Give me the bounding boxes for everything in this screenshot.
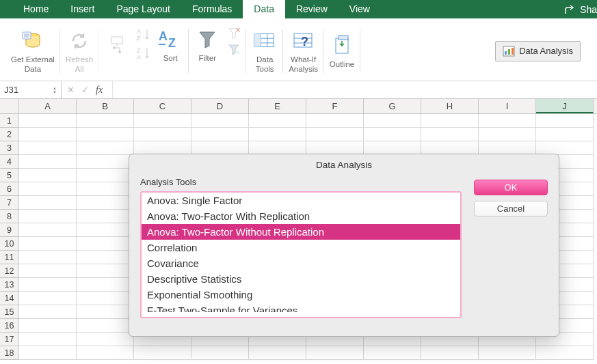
cell[interactable]: [364, 141, 421, 155]
group-outline[interactable]: Outline: [323, 23, 360, 80]
cell[interactable]: [77, 346, 134, 360]
cell[interactable]: [249, 141, 306, 155]
cell[interactable]: [249, 128, 306, 141]
cell[interactable]: [77, 251, 134, 264]
cell[interactable]: [19, 292, 77, 305]
tool-item[interactable]: Anova: Two-Factor With Replication: [142, 208, 460, 224]
cell[interactable]: [421, 346, 479, 360]
cell[interactable]: [306, 114, 364, 128]
cell[interactable]: [19, 346, 77, 360]
row-head[interactable]: 12: [0, 264, 19, 278]
cell[interactable]: [536, 128, 594, 141]
row-head[interactable]: 16: [0, 319, 19, 333]
tab-home[interactable]: Home: [12, 0, 59, 18]
cell[interactable]: [19, 319, 77, 333]
cell[interactable]: [77, 128, 134, 141]
ok-button[interactable]: OK: [474, 180, 548, 195]
cell[interactable]: [306, 128, 364, 141]
cell[interactable]: [19, 210, 77, 223]
col-head-f[interactable]: F: [306, 99, 364, 113]
col-head-g[interactable]: G: [364, 99, 421, 113]
tool-item[interactable]: Covariance: [142, 255, 460, 271]
row-head[interactable]: 10: [0, 237, 19, 251]
cell[interactable]: [77, 210, 134, 223]
cell[interactable]: [421, 141, 479, 155]
cell[interactable]: [77, 182, 134, 196]
filter-icon[interactable]: [194, 27, 220, 53]
sort-desc-icon[interactable]: ZA: [137, 46, 152, 61]
tab-insert[interactable]: Insert: [59, 0, 105, 18]
cell[interactable]: [364, 128, 421, 141]
cancel-button[interactable]: Cancel: [474, 201, 548, 216]
cell[interactable]: [306, 141, 364, 155]
cell[interactable]: [77, 155, 134, 169]
cell[interactable]: [134, 346, 191, 360]
share-button[interactable]: Sha: [565, 0, 597, 18]
sort-asc-icon[interactable]: AZ: [137, 27, 152, 42]
row-head[interactable]: 18: [0, 346, 19, 360]
cell[interactable]: [364, 114, 421, 128]
name-box[interactable]: J31 ▲▼: [0, 81, 62, 99]
cell[interactable]: [134, 141, 191, 155]
tab-page-layout[interactable]: Page Layout: [105, 0, 181, 18]
col-head-i[interactable]: I: [479, 99, 536, 113]
row-head[interactable]: 4: [0, 155, 19, 169]
cell[interactable]: [19, 223, 77, 237]
col-head-d[interactable]: D: [191, 99, 249, 113]
cell[interactable]: [536, 114, 594, 128]
cancel-formula-icon[interactable]: ✕: [67, 85, 75, 95]
cell[interactable]: [77, 114, 134, 128]
cell[interactable]: [421, 114, 479, 128]
row-head[interactable]: 2: [0, 128, 19, 141]
cell[interactable]: [191, 114, 249, 128]
fx-label[interactable]: fx: [96, 85, 103, 96]
col-head-j[interactable]: J: [536, 99, 594, 113]
cell[interactable]: [77, 333, 134, 346]
cell[interactable]: [364, 346, 421, 360]
row-head[interactable]: 9: [0, 223, 19, 237]
col-head-a[interactable]: A: [19, 99, 77, 113]
select-all-corner[interactable]: [0, 99, 19, 113]
cell[interactable]: [19, 169, 77, 182]
cell[interactable]: [19, 251, 77, 264]
row-head[interactable]: 6: [0, 182, 19, 196]
cell[interactable]: [77, 169, 134, 182]
group-get-external-data[interactable]: Get External Data: [5, 23, 60, 80]
cell[interactable]: [191, 128, 249, 141]
tab-data[interactable]: Data: [243, 0, 285, 18]
cell[interactable]: [536, 346, 594, 360]
cell[interactable]: [77, 223, 134, 237]
row-head[interactable]: 8: [0, 210, 19, 223]
enter-formula-icon[interactable]: ✓: [81, 85, 89, 95]
cell[interactable]: [19, 237, 77, 251]
cell[interactable]: [421, 128, 479, 141]
row-head[interactable]: 11: [0, 251, 19, 264]
row-head[interactable]: 3: [0, 141, 19, 155]
col-head-e[interactable]: E: [249, 99, 306, 113]
col-head-b[interactable]: B: [77, 99, 134, 113]
cell[interactable]: [77, 141, 134, 155]
col-head-c[interactable]: C: [134, 99, 191, 113]
cell[interactable]: [19, 196, 77, 210]
cell[interactable]: [19, 141, 77, 155]
tab-formulas[interactable]: Formulas: [181, 0, 243, 18]
cell[interactable]: [19, 305, 77, 319]
tool-item[interactable]: F-Test Two-Sample for Variances: [142, 303, 460, 312]
cell[interactable]: [19, 182, 77, 196]
row-head[interactable]: 15: [0, 305, 19, 319]
cell[interactable]: [19, 114, 77, 128]
row-head[interactable]: 13: [0, 278, 19, 292]
cell[interactable]: [306, 346, 364, 360]
cell[interactable]: [536, 141, 594, 155]
cell[interactable]: [77, 264, 134, 278]
row-head[interactable]: 14: [0, 292, 19, 305]
cell[interactable]: [249, 114, 306, 128]
cell[interactable]: [77, 278, 134, 292]
cell[interactable]: [77, 196, 134, 210]
tool-item[interactable]: Anova: Two-Factor Without Replication: [142, 224, 460, 240]
cell[interactable]: [191, 141, 249, 155]
data-analysis-button[interactable]: Data Analysis: [495, 41, 581, 61]
cell[interactable]: [479, 128, 536, 141]
tool-item[interactable]: Exponential Smoothing: [142, 287, 460, 303]
cell[interactable]: [19, 264, 77, 278]
